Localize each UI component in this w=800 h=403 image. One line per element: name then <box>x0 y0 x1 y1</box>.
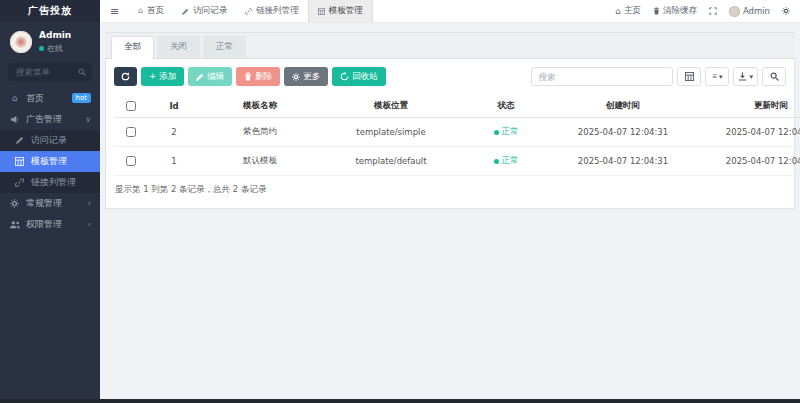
add-button[interactable]: + 添加 <box>141 67 184 86</box>
search-group: ≡ ▾ ▾ <box>531 67 786 86</box>
settings-button[interactable] <box>782 7 790 15</box>
main-area: ≡ ⌂ 首页 访问记录 链接列管理 模板管理 <box>100 0 800 399</box>
window-bottom-edge <box>0 399 800 403</box>
sidebar-item-label: 访问记录 <box>31 134 67 147</box>
toolbar: + 添加 编辑 删除 <box>114 67 786 86</box>
nav-tab-label: 模板管理 <box>329 5 363 17</box>
sidebar-item-permission-management[interactable]: 权限管理 ‹ <box>0 214 100 235</box>
recycle-icon <box>340 72 349 81</box>
sidebar-item-label: 权限管理 <box>26 218 62 231</box>
sidebar-item-general-management[interactable]: 常规管理 ‹ <box>0 193 100 214</box>
home-link-label: 主页 <box>624 5 641 17</box>
more-button-label: 更多 <box>303 71 320 83</box>
link-icon <box>245 8 252 15</box>
status-badge: 正常 <box>494 155 519 167</box>
caret-down-icon: ▾ <box>749 73 753 81</box>
sidebar-item-label: 广告管理 <box>26 113 62 126</box>
status-badge: 正常 <box>494 126 519 138</box>
pagination-info: 显示第 1 到第 2 条记录，总共 2 条记录 <box>114 176 786 200</box>
column-header-status[interactable]: 状态 <box>463 95 549 118</box>
delete-button-label: 删除 <box>255 71 272 83</box>
home-icon: ⌂ <box>138 7 143 15</box>
trash-icon <box>653 7 660 15</box>
status-dot-icon <box>494 130 499 135</box>
content-area: 全部 关闭 正常 + 添加 <box>100 23 800 399</box>
sidebar-item-ad-management[interactable]: 广告管理 ∨ <box>0 109 100 130</box>
column-header-name[interactable]: 模板名称 <box>201 95 319 118</box>
sidebar-item-visit-records[interactable]: 访问记录 <box>0 130 100 151</box>
clear-cache-label: 清除缓存 <box>663 5 697 17</box>
table-search-input[interactable] <box>531 67 673 86</box>
hot-badge: hot <box>72 93 91 103</box>
column-header-path[interactable]: 模板位置 <box>319 95 463 118</box>
bullhorn-icon <box>9 115 20 124</box>
toggle-search-button[interactable] <box>677 67 701 86</box>
home-icon: ⌂ <box>616 7 621 16</box>
filter-tab-closed[interactable]: 关闭 <box>157 36 200 58</box>
search-icon <box>770 72 779 81</box>
sidebar-item-link-column-management[interactable]: 链接列管理 <box>0 172 100 193</box>
sidebar-item-template-management[interactable]: 模板管理 <box>0 151 100 172</box>
navbar-right: ⌂ 主页 清除缓存 Admin <box>616 0 800 22</box>
avatar[interactable] <box>10 31 32 53</box>
pencil-icon <box>196 73 204 81</box>
gear-icon <box>292 73 300 81</box>
home-icon: ⌂ <box>9 94 20 103</box>
app-title: 广告投放 <box>0 0 100 22</box>
pencil-icon <box>182 8 189 15</box>
column-header-created[interactable]: 创建时间 <box>549 95 697 118</box>
gears-icon <box>782 7 790 15</box>
nav-tab-visit-records[interactable]: 访问记录 <box>173 0 236 22</box>
filter-tabs-bar: 全部 关闭 正常 <box>105 32 795 59</box>
row-checkbox[interactable] <box>126 127 136 137</box>
edit-button-label: 编辑 <box>207 71 224 83</box>
delete-button[interactable]: 删除 <box>236 67 280 86</box>
users-icon <box>9 220 20 229</box>
cell-path: template/simple <box>319 118 463 147</box>
user-menu-label: Admin <box>743 6 770 16</box>
user-status-label: 在线 <box>47 43 63 54</box>
chevron-left-icon: ‹ <box>88 199 91 208</box>
cell-name: 默认模板 <box>201 147 319 176</box>
sidebar-submenu: 访问记录 模板管理 链接列管理 <box>0 130 100 193</box>
nav-tab-template-management[interactable]: 模板管理 <box>308 0 373 22</box>
sidebar-item-home[interactable]: ⌂ 首页 hot <box>0 88 100 109</box>
recycle-bin-label: 回收站 <box>352 71 378 83</box>
cell-updated: 2025-04-07 12:04:31 <box>697 147 800 176</box>
row-checkbox[interactable] <box>126 156 136 166</box>
search-button[interactable] <box>762 67 786 86</box>
home-link[interactable]: ⌂ 主页 <box>616 5 641 17</box>
data-table: Id 模板名称 模板位置 状态 创建时间 更新时间 操作 <box>114 95 800 176</box>
export-button[interactable]: ▾ <box>733 67 758 86</box>
nav-tab-link-column[interactable]: 链接列管理 <box>236 0 308 22</box>
table-row[interactable]: 1 默认模板 template/default 正常 2025-04-07 12… <box>114 147 800 176</box>
column-header-id[interactable]: Id <box>147 95 201 118</box>
column-header-updated[interactable]: 更新时间 <box>697 95 800 118</box>
filter-tab-normal[interactable]: 正常 <box>203 36 246 58</box>
sidebar-search-input[interactable] <box>14 66 74 78</box>
columns-button[interactable]: ≡ ▾ <box>705 67 729 86</box>
refresh-button[interactable] <box>114 67 137 86</box>
user-menu[interactable]: Admin <box>729 6 770 17</box>
list-icon: ≡ <box>712 73 717 81</box>
more-button[interactable]: 更多 <box>284 67 328 86</box>
recycle-bin-button[interactable]: 回收站 <box>332 67 386 86</box>
nav-tab-label: 链接列管理 <box>256 5 299 17</box>
cell-path: template/default <box>319 147 463 176</box>
filter-tab-all[interactable]: 全部 <box>111 36 154 59</box>
fullscreen-button[interactable] <box>709 7 717 15</box>
nav-tab-home[interactable]: ⌂ 首页 <box>129 0 173 22</box>
export-icon <box>738 72 747 81</box>
edit-button[interactable]: 编辑 <box>188 67 232 86</box>
pencil-icon <box>14 136 25 144</box>
cell-name: 紫色简约 <box>201 118 319 147</box>
sidebar-item-label: 首页 <box>26 92 44 105</box>
select-all-checkbox[interactable] <box>126 101 136 111</box>
sidebar: 广告投放 Admin 在线 ⌂ 首页 hot <box>0 0 100 399</box>
hamburger-icon[interactable]: ≡ <box>100 0 129 22</box>
table-row[interactable]: 2 紫色简约 template/simple 正常 2025-04-07 12:… <box>114 118 800 147</box>
user-panel: Admin 在线 <box>0 22 100 61</box>
clear-cache-link[interactable]: 清除缓存 <box>653 5 697 17</box>
cell-updated: 2025-04-07 12:04:31 <box>697 118 800 147</box>
user-meta: Admin 在线 <box>39 31 71 54</box>
